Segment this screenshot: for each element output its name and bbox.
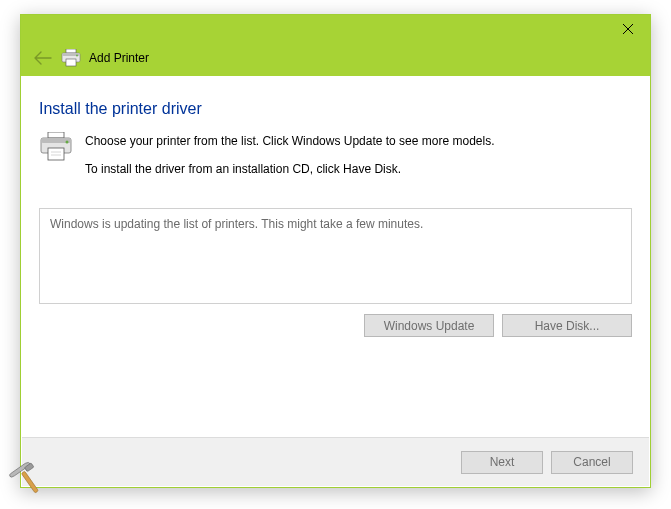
svg-point-6: [76, 55, 78, 57]
printer-icon-large: [39, 132, 71, 166]
hammer-icon: [6, 457, 48, 503]
svg-rect-10: [48, 148, 64, 160]
svg-point-13: [66, 141, 69, 144]
instruction-text: Choose your printer from the list. Click…: [85, 132, 495, 188]
svg-rect-14: [21, 471, 38, 493]
printer-listbox[interactable]: Windows is updating the list of printers…: [39, 208, 632, 304]
list-status-text: Windows is updating the list of printers…: [50, 217, 423, 231]
dialog-title: Add Printer: [89, 51, 149, 65]
add-printer-dialog: Add Printer Install the printer driver C…: [20, 14, 651, 488]
footer-button-row: Next Cancel: [22, 437, 649, 486]
instruction-line-1: Choose your printer from the list. Click…: [85, 132, 495, 150]
cancel-button[interactable]: Cancel: [551, 451, 633, 474]
windows-update-button[interactable]: Windows Update: [364, 314, 494, 337]
close-button[interactable]: [605, 15, 650, 43]
svg-rect-7: [48, 132, 64, 138]
content-area: Install the printer driver Choose your p…: [21, 76, 650, 437]
back-button: [34, 49, 52, 70]
back-arrow-icon: [34, 51, 52, 65]
instruction-line-2: To install the driver from an installati…: [85, 160, 495, 178]
svg-rect-5: [66, 59, 76, 66]
titlebar: Add Printer: [21, 15, 650, 76]
instruction-row: Choose your printer from the list. Click…: [37, 132, 634, 188]
close-icon: [623, 24, 633, 34]
next-button[interactable]: Next: [461, 451, 543, 474]
page-heading: Install the printer driver: [39, 100, 634, 118]
listbox-buttons: Windows Update Have Disk...: [37, 314, 632, 337]
have-disk-button[interactable]: Have Disk...: [502, 314, 632, 337]
printer-icon: [61, 49, 81, 71]
svg-rect-2: [66, 49, 76, 53]
